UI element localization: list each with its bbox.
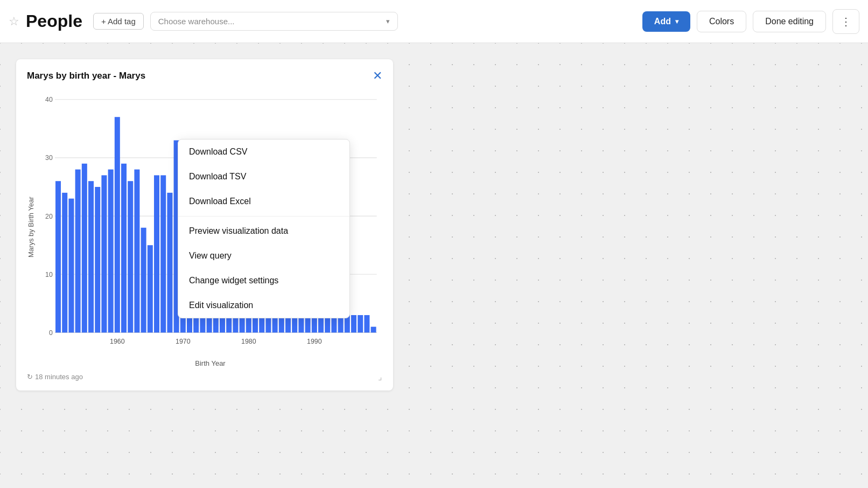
svg-text:30: 30	[45, 154, 53, 162]
resize-handle[interactable]: ⌟	[378, 372, 382, 382]
menu-item-preview-vis-data[interactable]: Preview visualization data	[178, 219, 349, 243]
x-axis-label: Birth Year	[38, 359, 382, 367]
svg-text:1970: 1970	[176, 337, 190, 345]
svg-text:40: 40	[45, 95, 53, 104]
svg-rect-25	[148, 245, 153, 332]
svg-text:1960: 1960	[110, 337, 124, 345]
refresh-time: 18 minutes ago	[35, 373, 83, 381]
svg-rect-18	[101, 175, 107, 332]
svg-rect-58	[364, 315, 369, 332]
svg-text:0: 0	[49, 328, 53, 337]
menu-divider	[178, 216, 349, 217]
svg-rect-16	[88, 181, 94, 332]
colors-button[interactable]: Colors	[697, 11, 746, 32]
svg-rect-19	[108, 170, 114, 333]
svg-rect-13	[68, 199, 74, 333]
done-editing-button[interactable]: Done editing	[753, 11, 826, 32]
svg-rect-23	[134, 170, 139, 333]
context-menu: Download CSVDownload TSVDownload ExcelPr…	[178, 139, 350, 318]
menu-item-download-tsv[interactable]: Download TSV	[178, 164, 349, 189]
star-icon[interactable]: ☆	[9, 15, 19, 29]
close-button[interactable]: ✕	[373, 70, 382, 82]
warehouse-dropdown[interactable]: Choose warehouse... ▾	[150, 12, 398, 31]
svg-rect-22	[128, 181, 133, 332]
more-options-button[interactable]: ⋮	[832, 9, 859, 34]
svg-rect-12	[62, 193, 67, 333]
svg-rect-59	[371, 327, 376, 333]
warehouse-placeholder: Choose warehouse...	[158, 17, 235, 26]
svg-rect-57	[358, 315, 363, 332]
add-button[interactable]: Add ▾	[642, 11, 690, 32]
svg-text:1990: 1990	[307, 337, 321, 345]
widget-footer: ↻ 18 minutes ago ⌟	[27, 372, 382, 382]
refresh-icon: ↻	[27, 373, 33, 381]
svg-rect-20	[115, 117, 120, 332]
svg-rect-24	[141, 228, 146, 333]
menu-item-download-csv[interactable]: Download CSV	[178, 140, 349, 164]
dashboard-canvas: Marys by birth year - Marys ✕ Marys by B…	[0, 43, 868, 488]
svg-rect-15	[82, 164, 87, 333]
chevron-down-icon: ▾	[675, 18, 678, 25]
svg-rect-56	[351, 315, 356, 332]
widget-header: Marys by birth year - Marys ✕	[27, 70, 382, 82]
menu-item-download-excel[interactable]: Download Excel	[178, 189, 349, 214]
refresh-info: ↻ 18 minutes ago	[27, 373, 83, 381]
add-tag-button[interactable]: + Add tag	[93, 13, 144, 30]
widget-title: Marys by birth year - Marys	[27, 71, 145, 81]
svg-rect-11	[55, 181, 61, 332]
menu-item-edit-visualization[interactable]: Edit visualization	[178, 293, 349, 318]
svg-rect-26	[154, 175, 159, 332]
svg-rect-28	[167, 193, 172, 333]
svg-rect-27	[160, 175, 166, 332]
add-button-label: Add	[654, 17, 671, 26]
svg-rect-17	[95, 187, 100, 332]
svg-text:20: 20	[45, 212, 53, 220]
page-title: People	[26, 11, 82, 31]
chevron-down-icon: ▾	[386, 17, 390, 25]
svg-rect-14	[75, 170, 81, 333]
menu-item-change-widget-settings[interactable]: Change widget settings	[178, 268, 349, 293]
y-axis-label: Marys by Birth Year	[27, 87, 35, 367]
svg-text:1980: 1980	[241, 337, 256, 345]
header: ☆ People + Add tag Choose warehouse... ▾…	[0, 0, 868, 43]
svg-rect-21	[121, 164, 127, 333]
menu-item-view-query[interactable]: View query	[178, 243, 349, 268]
svg-text:10: 10	[45, 270, 53, 278]
